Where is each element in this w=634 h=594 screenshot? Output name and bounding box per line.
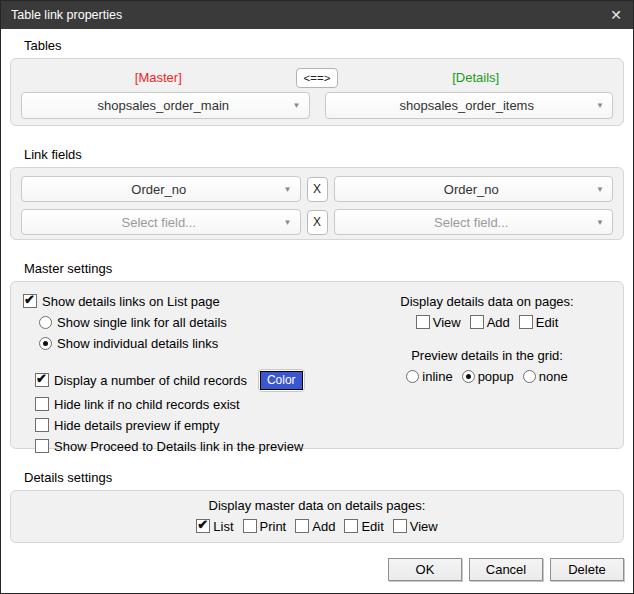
tables-groupbox: [Master] <==> [Details] shopsales_order_… xyxy=(10,58,624,126)
option-label: Show details links on List page xyxy=(42,294,220,309)
checkbox-icon xyxy=(35,397,49,411)
display-master-data-label: Display master data on details pages: xyxy=(21,496,613,516)
option-label: Add xyxy=(312,519,335,534)
cancel-button[interactable]: Cancel xyxy=(469,558,543,581)
master-field-value-1: Order_no xyxy=(22,182,276,197)
checkbox-print[interactable]: Print xyxy=(243,519,287,534)
checkbox-icon xyxy=(470,315,484,329)
checkbox-view[interactable]: View xyxy=(416,315,461,330)
checkbox-icon xyxy=(393,519,407,533)
radio-icon xyxy=(462,370,475,383)
checkbox-show-proceed-link[interactable]: Show Proceed to Details link in the prev… xyxy=(35,436,361,456)
radio-popup[interactable]: popup xyxy=(462,369,514,384)
option-label: inline xyxy=(422,369,452,384)
checkbox-add-details[interactable]: Add xyxy=(295,519,335,534)
master-field-select-2[interactable]: Select field... xyxy=(21,209,301,235)
checkbox-hide-link-no-children[interactable]: Hide link if no child records exist xyxy=(35,394,361,414)
radio-single-link[interactable]: Show single link for all details xyxy=(39,312,361,332)
checkbox-icon xyxy=(243,519,257,533)
checkbox-add[interactable]: Add xyxy=(470,315,510,330)
option-label: Display a number of child records xyxy=(54,373,247,388)
color-swatch: Color xyxy=(260,371,303,390)
delete-button[interactable]: Delete xyxy=(550,558,624,581)
details-caption: [Details] xyxy=(338,70,613,85)
link-field-row-1: Order_no X Order_no xyxy=(21,176,613,202)
option-label: Edit xyxy=(536,315,558,330)
titlebar: Table link properties xyxy=(1,1,633,29)
radio-none[interactable]: none xyxy=(523,369,568,384)
dropdown-arrow-icon xyxy=(276,218,300,227)
details-settings-section-label: Details settings xyxy=(24,470,624,486)
details-pages-checkbox-row: List Print Add Edit View xyxy=(21,516,613,536)
master-table-select[interactable]: shopsales_order_main xyxy=(21,92,310,119)
master-field-value-2: Select field... xyxy=(22,215,276,230)
checkbox-icon xyxy=(416,315,430,329)
master-settings-groupbox: Show details links on List page Show sin… xyxy=(10,281,624,449)
color-button[interactable]: Color xyxy=(258,369,305,392)
option-label: Edit xyxy=(361,519,383,534)
checkbox-display-child-count[interactable]: Display a number of child records Color xyxy=(35,367,361,393)
radio-icon xyxy=(39,316,52,329)
checkbox-icon xyxy=(519,315,533,329)
table-link-properties-dialog: Table link properties Tables [Master] <=… xyxy=(0,0,634,594)
details-field-value-1: Order_no xyxy=(335,182,589,197)
radio-icon xyxy=(523,370,536,383)
dialog-body: Tables [Master] <==> [Details] shopsales… xyxy=(1,29,633,593)
details-table-select[interactable]: shopsales_order_items xyxy=(325,92,614,119)
swap-tables-button[interactable]: <==> xyxy=(296,68,339,88)
details-field-select-2[interactable]: Select field... xyxy=(334,209,614,235)
option-label: Hide link if no child records exist xyxy=(54,397,240,412)
option-label: Add xyxy=(487,315,510,330)
radio-icon xyxy=(406,370,419,383)
option-label: popup xyxy=(478,369,514,384)
checkbox-icon xyxy=(344,519,358,533)
option-label: none xyxy=(539,369,568,384)
checkbox-hide-preview-empty[interactable]: Hide details preview if empty xyxy=(35,415,361,435)
option-label: List xyxy=(213,519,233,534)
master-settings-section-label: Master settings xyxy=(24,261,624,277)
option-label: Print xyxy=(260,519,287,534)
option-label: View xyxy=(410,519,438,534)
checkbox-edit-details[interactable]: Edit xyxy=(344,519,383,534)
preview-grid-label: Preview details in the grid: xyxy=(361,346,613,366)
dropdown-arrow-icon xyxy=(276,185,300,194)
checkbox-view-details[interactable]: View xyxy=(393,519,438,534)
master-table-value: shopsales_order_main xyxy=(22,98,285,113)
ok-button[interactable]: OK xyxy=(388,558,462,581)
checkbox-icon xyxy=(35,373,49,387)
checkbox-icon xyxy=(35,418,49,432)
link-fields-groupbox: Order_no X Order_no Select field... X Se… xyxy=(10,167,624,240)
radio-individual-links[interactable]: Show individual details links xyxy=(39,333,361,353)
details-table-value: shopsales_order_items xyxy=(326,98,589,113)
tables-section-label: Tables xyxy=(24,38,624,54)
checkbox-edit[interactable]: Edit xyxy=(519,315,558,330)
dropdown-arrow-icon xyxy=(588,218,612,227)
option-label: Show Proceed to Details link in the prev… xyxy=(54,439,303,454)
checkbox-icon xyxy=(35,439,49,453)
window-title: Table link properties xyxy=(11,8,122,22)
link-fields-section-label: Link fields xyxy=(24,147,624,163)
details-settings-groupbox: Display master data on details pages: Li… xyxy=(10,490,624,543)
remove-link-button-1[interactable]: X xyxy=(307,177,328,202)
radio-icon xyxy=(39,337,52,350)
master-field-select-1[interactable]: Order_no xyxy=(21,176,301,202)
close-button[interactable] xyxy=(599,1,633,29)
checkbox-icon xyxy=(196,519,210,533)
radio-inline[interactable]: inline xyxy=(406,369,452,384)
footer-buttons: OK Cancel Delete xyxy=(10,558,624,593)
remove-link-button-2[interactable]: X xyxy=(307,210,328,235)
option-label: Show individual details links xyxy=(57,336,218,351)
option-label: Show single link for all details xyxy=(57,315,227,330)
checkbox-icon xyxy=(23,294,37,308)
dropdown-arrow-icon xyxy=(285,101,309,110)
checkbox-list[interactable]: List xyxy=(196,519,233,534)
dropdown-arrow-icon xyxy=(588,185,612,194)
checkbox-show-details-links[interactable]: Show details links on List page xyxy=(23,291,361,311)
display-pages-checkbox-row: View Add Edit xyxy=(361,312,613,332)
option-label: Hide details preview if empty xyxy=(54,418,219,433)
details-field-select-1[interactable]: Order_no xyxy=(334,176,614,202)
master-caption: [Master] xyxy=(21,70,296,85)
close-icon xyxy=(610,7,622,23)
option-label: View xyxy=(433,315,461,330)
display-details-data-label: Display details data on pages: xyxy=(361,292,613,312)
